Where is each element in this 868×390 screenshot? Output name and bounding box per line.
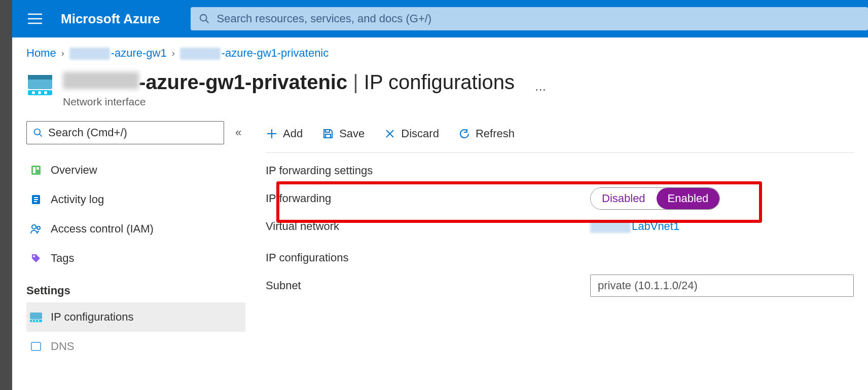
virtual-network-row: Virtual network LabVnet1 — [266, 220, 854, 233]
refresh-button[interactable]: Refresh — [458, 127, 515, 140]
svg-point-9 — [38, 91, 41, 94]
sidebar-item-activity-log[interactable]: Activity log — [26, 185, 245, 214]
sidebar-item-label: Activity log — [51, 193, 104, 206]
page-title-row: -azure-gw1-privatenic | IP configuration… — [26, 71, 854, 108]
sidebar-item-label: DNS — [51, 340, 74, 353]
save-button[interactable]: Save — [322, 127, 365, 140]
svg-point-27 — [38, 320, 40, 322]
svg-rect-23 — [30, 313, 42, 319]
sidebar-item-label: Overview — [51, 164, 97, 177]
sidebar-item-access-control[interactable]: Access control (IAM) — [26, 214, 245, 244]
tags-icon — [28, 253, 44, 264]
subnet-select[interactable]: private (10.1.1.0/24) — [590, 275, 854, 297]
network-interface-icon — [26, 74, 54, 96]
svg-rect-28 — [31, 342, 41, 350]
svg-rect-13 — [31, 166, 41, 175]
top-bar: Microsoft Azure Search resources, servic… — [12, 0, 868, 37]
plus-icon — [266, 128, 278, 140]
toolbar-label: Refresh — [476, 127, 515, 140]
svg-line-4 — [206, 20, 208, 23]
brand-label[interactable]: Microsoft Azure — [61, 11, 160, 27]
ip-configurations-heading: IP configurations — [266, 251, 854, 264]
toggle-disabled[interactable]: Disabled — [591, 188, 657, 209]
ip-forwarding-label: IP forwarding — [266, 192, 590, 205]
hamburger-menu[interactable] — [12, 13, 58, 24]
ip-config-icon — [28, 312, 44, 322]
chevron-right-icon: › — [61, 48, 64, 59]
save-icon — [322, 128, 334, 140]
search-icon — [33, 128, 43, 138]
subnet-label: Subnet — [266, 279, 590, 292]
svg-point-11 — [34, 129, 41, 135]
search-placeholder: Search resources, services, and docs (G+… — [217, 12, 432, 25]
activity-log-icon — [28, 194, 44, 205]
global-search-input[interactable]: Search resources, services, and docs (G+… — [191, 7, 869, 30]
content-area: Home › -azure-gw1 › -azure-gw1-privateni… — [12, 37, 868, 390]
hamburger-icon — [28, 13, 42, 24]
close-icon — [384, 128, 396, 140]
ip-forwarding-settings-heading: IP forwarding settings — [266, 164, 854, 177]
sidebar-item-label: Tags — [51, 252, 74, 265]
toolbar-label: Add — [283, 127, 303, 140]
overview-icon — [28, 165, 44, 176]
refresh-icon — [458, 128, 471, 140]
divider — [266, 152, 854, 153]
resource-type-label: Network interface — [63, 96, 515, 108]
svg-point-8 — [32, 91, 35, 94]
svg-point-20 — [32, 225, 36, 229]
sidebar-item-label: IP configurations — [51, 310, 133, 324]
subnet-row: Subnet private (10.1.1.0/24) — [266, 275, 854, 297]
virtual-network-label: Virtual network — [266, 220, 590, 233]
svg-rect-32 — [326, 134, 331, 138]
add-button[interactable]: Add — [266, 127, 303, 140]
discard-button[interactable]: Discard — [384, 127, 439, 140]
ip-forwarding-row: IP forwarding Disabled Enabled — [266, 187, 854, 210]
svg-point-3 — [200, 15, 206, 21]
subnet-value: private (10.1.1.0/24) — [598, 279, 698, 292]
collapse-sidebar-button[interactable]: « — [235, 126, 241, 139]
virtual-network-link[interactable]: LabVnet1 — [590, 220, 679, 233]
svg-rect-6 — [28, 75, 52, 80]
dns-icon — [28, 341, 44, 352]
window-edge — [0, 0, 12, 390]
svg-point-10 — [44, 91, 47, 94]
breadcrumb-resource-1[interactable]: -azure-gw1 — [69, 47, 167, 60]
access-control-icon — [28, 223, 44, 235]
sidebar-item-dns[interactable]: DNS — [26, 332, 245, 361]
svg-rect-31 — [326, 130, 330, 132]
sidebar-item-label: Access control (IAM) — [51, 222, 154, 236]
chevron-right-icon: › — [172, 48, 175, 59]
more-actions-button[interactable]: ⋯ — [535, 83, 546, 96]
main-panel: Add Save Discard Refresh IP forwarding s… — [245, 121, 854, 361]
svg-rect-15 — [37, 167, 39, 170]
svg-point-22 — [33, 255, 35, 257]
svg-rect-14 — [33, 167, 35, 173]
breadcrumb-home[interactable]: Home — [26, 47, 56, 60]
sidebar-item-overview[interactable]: Overview — [26, 155, 245, 185]
sidebar-search-placeholder: Search (Cmd+/) — [48, 126, 127, 139]
page-title: -azure-gw1-privatenic | IP configuration… — [63, 71, 515, 94]
ip-forwarding-toggle[interactable]: Disabled Enabled — [590, 187, 720, 210]
sidebar-search-input[interactable]: Search (Cmd+/) — [26, 121, 224, 144]
sidebar-section-settings: Settings — [26, 284, 245, 297]
sidebar-item-ip-configurations[interactable]: IP configurations — [26, 302, 245, 332]
sidebar-item-tags[interactable]: Tags — [26, 244, 245, 273]
toolbar-label: Save — [339, 127, 365, 140]
sidebar: Search (Cmd+/) « Overview Activity log A… — [26, 121, 245, 361]
svg-point-25 — [32, 320, 33, 322]
toolbar: Add Save Discard Refresh — [266, 121, 854, 146]
svg-point-26 — [35, 320, 37, 322]
toggle-enabled[interactable]: Enabled — [657, 188, 720, 209]
svg-line-12 — [40, 134, 42, 137]
breadcrumb: Home › -azure-gw1 › -azure-gw1-privateni… — [26, 47, 854, 60]
search-icon — [199, 13, 210, 24]
toolbar-label: Discard — [401, 127, 439, 140]
svg-point-21 — [37, 226, 40, 229]
breadcrumb-resource-2[interactable]: -azure-gw1-privatenic — [180, 47, 329, 60]
